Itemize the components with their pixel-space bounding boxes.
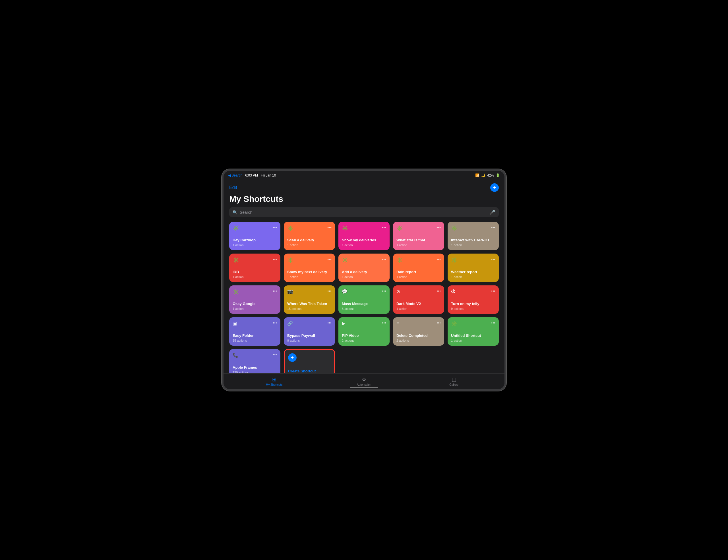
- card-icon: ✳️: [342, 225, 348, 232]
- card-actions: 1 action: [287, 243, 332, 247]
- card-name: Hey Cardhop: [233, 238, 277, 243]
- card-icon: ✳️: [396, 225, 403, 232]
- card-top: ✳️ •••: [233, 225, 277, 232]
- shortcut-weather-report[interactable]: ✳️ ••• Weather report 1 action: [448, 254, 499, 282]
- card-actions: 8 actions: [342, 307, 386, 310]
- more-button[interactable]: •••: [273, 352, 277, 357]
- card-name: Weather report: [451, 270, 495, 275]
- tab-automation[interactable]: ⚙ Automation: [319, 376, 409, 386]
- card-top: 📷 •••: [287, 289, 332, 294]
- more-button[interactable]: •••: [327, 257, 332, 262]
- card-actions: 55 actions: [233, 339, 277, 342]
- status-time: 6:03 PM: [245, 174, 258, 177]
- create-shortcut-card[interactable]: + Create Shortcut: [284, 349, 335, 373]
- shortcut-apple-frames[interactable]: 📞 ••• Apple Frames 139 actions: [229, 349, 280, 373]
- card-bottom: Bypass Paywall 9 actions: [287, 333, 332, 342]
- back-button[interactable]: ◀ Search: [228, 174, 242, 177]
- card-actions: 1 action: [396, 275, 441, 279]
- shortcut-show-deliveries[interactable]: ✳️ ••• Show my deliveries 1 action: [338, 222, 390, 250]
- card-name: Apple Frames: [233, 365, 277, 370]
- card-actions: 1 action: [396, 307, 441, 310]
- tab-bar: ⊞ My Shortcuts ⚙ Automation ◫ Gallery: [224, 373, 504, 389]
- more-button[interactable]: •••: [382, 321, 386, 325]
- shortcut-pip-video[interactable]: ▶ ••• PiP Video 2 actions: [338, 317, 390, 346]
- card-top: ⊘ •••: [396, 289, 441, 294]
- more-button[interactable]: •••: [327, 321, 332, 325]
- card-bottom: Turn on my telly 9 actions: [451, 301, 495, 310]
- shortcut-interact-carrot[interactable]: ✳️ ••• Interact with CARROT 1 action: [448, 222, 499, 250]
- gallery-icon: ◫: [452, 376, 456, 383]
- more-button[interactable]: •••: [437, 257, 441, 262]
- shortcut-easy-folder[interactable]: ▣ ••• Easy Folder 55 actions: [229, 317, 280, 346]
- shortcut-what-star[interactable]: ✳️ ••• What star is that 1 action: [393, 222, 444, 250]
- mic-icon[interactable]: 🎤: [490, 210, 495, 215]
- card-name: What star is that: [396, 238, 441, 243]
- card-name: IDB: [233, 270, 277, 275]
- card-bottom: What star is that 1 action: [396, 238, 441, 247]
- add-shortcut-button[interactable]: +: [490, 183, 499, 192]
- card-top: ≡ •••: [396, 321, 441, 326]
- tab-my-shortcuts[interactable]: ⊞ My Shortcuts: [229, 376, 319, 386]
- more-button[interactable]: •••: [491, 257, 495, 262]
- card-actions: 1 action: [287, 275, 332, 279]
- card-top: ✳️ •••: [396, 257, 441, 263]
- more-button[interactable]: •••: [382, 289, 386, 293]
- card-bottom: Weather report 1 action: [451, 270, 495, 279]
- card-icon: ▶: [342, 321, 345, 326]
- shortcut-where-was-taken[interactable]: 📷 ••• Where Was This Taken 15 actions: [284, 285, 335, 314]
- card-bottom: Rain report 1 action: [396, 270, 441, 279]
- more-button[interactable]: •••: [491, 289, 495, 293]
- more-button[interactable]: •••: [491, 225, 495, 230]
- more-button[interactable]: •••: [491, 321, 495, 325]
- card-actions: 1 action: [451, 339, 495, 342]
- status-left: ◀ Search 6:03 PM Fri Jan 10: [228, 174, 276, 177]
- card-icon: ✳️: [233, 257, 239, 263]
- card-top: ✳️ •••: [342, 225, 386, 232]
- shortcut-dark-mode[interactable]: ⊘ ••• Dark Mode V2 1 action: [393, 285, 444, 314]
- more-button[interactable]: •••: [437, 225, 441, 230]
- shortcut-show-next-delivery[interactable]: ✳️ ••• Show my next delivery 1 action: [284, 254, 335, 282]
- card-icon: 💬: [342, 289, 348, 294]
- tab-gallery[interactable]: ◫ Gallery: [409, 376, 499, 386]
- card-name: Okay Google: [233, 301, 277, 306]
- more-button[interactable]: •••: [273, 289, 277, 293]
- shortcut-turn-on-telly[interactable]: ⏻ ••• Turn on my telly 9 actions: [448, 285, 499, 314]
- card-icon: ▣: [233, 321, 237, 326]
- create-shortcut-label: Create Shortcut: [288, 369, 331, 373]
- more-button[interactable]: •••: [382, 257, 386, 262]
- card-top: ✳️ •••: [287, 257, 332, 263]
- card-bottom: Interact with CARROT 1 action: [451, 238, 495, 247]
- search-input[interactable]: [240, 210, 487, 215]
- card-bottom: Apple Frames 139 actions: [233, 365, 277, 373]
- shortcut-bypass-paywall[interactable]: 🔗 ••• Bypass Paywall 9 actions: [284, 317, 335, 346]
- shortcut-add-delivery[interactable]: ✳️ ••• Add a delivery 1 action: [338, 254, 390, 282]
- more-button[interactable]: •••: [273, 257, 277, 262]
- more-button[interactable]: •••: [382, 225, 386, 230]
- card-actions: 1 action: [451, 243, 495, 247]
- card-actions: 1 action: [233, 275, 277, 279]
- card-bottom: Where Was This Taken 15 actions: [287, 301, 332, 310]
- shortcut-okay-google[interactable]: ✳️ ••• Okay Google 1 action: [229, 285, 280, 314]
- card-actions: 2 actions: [342, 339, 386, 342]
- shortcut-mass-message[interactable]: 💬 ••• Mass Message 8 actions: [338, 285, 390, 314]
- card-icon: ✳️: [451, 257, 457, 263]
- shortcut-hey-cardhop[interactable]: ✳️ ••• Hey Cardhop 1 action: [229, 222, 280, 250]
- card-top: ⏻ •••: [451, 289, 495, 294]
- shortcut-idb[interactable]: ✳️ ••• IDB 1 action: [229, 254, 280, 282]
- card-top: 📞 •••: [233, 352, 277, 358]
- card-top: 🔗 •••: [287, 321, 332, 326]
- shortcut-rain-report[interactable]: ✳️ ••• Rain report 1 action: [393, 254, 444, 282]
- shortcut-delete-completed[interactable]: ≡ ••• Delete Completed 2 actions: [393, 317, 444, 346]
- card-top: ▣ •••: [233, 321, 277, 326]
- more-button[interactable]: •••: [273, 321, 277, 325]
- search-bar: 🔍 🎤: [229, 207, 499, 217]
- more-button[interactable]: •••: [327, 225, 332, 230]
- more-button[interactable]: •••: [437, 289, 441, 293]
- more-button[interactable]: •••: [327, 289, 332, 293]
- more-button[interactable]: •••: [273, 225, 277, 230]
- more-button[interactable]: •••: [437, 321, 441, 325]
- shortcut-untitled[interactable]: ✳️ ••• Untitled Shortcut 1 action: [448, 317, 499, 346]
- shortcut-scan-delivery[interactable]: ✳️ ••• Scan a delivery 1 action: [284, 222, 335, 250]
- card-name: Mass Message: [342, 301, 386, 306]
- edit-button[interactable]: Edit: [229, 185, 237, 190]
